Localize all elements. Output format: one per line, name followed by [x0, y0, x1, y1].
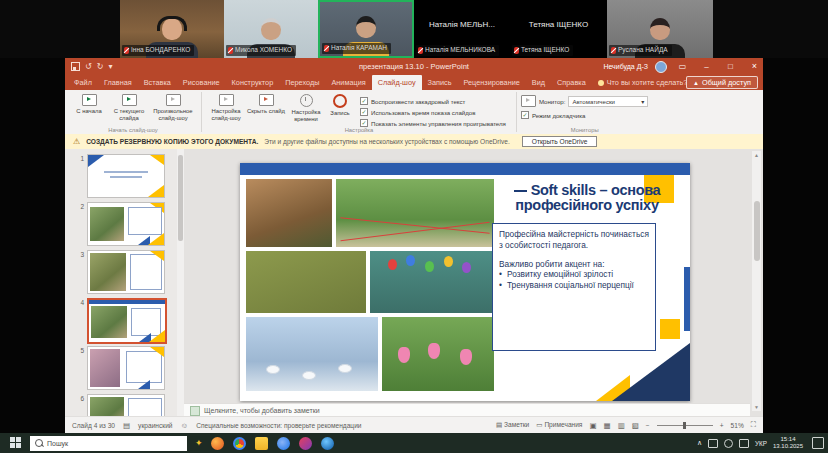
minimize-button[interactable]: – — [698, 58, 715, 75]
setup-slideshow-button[interactable]: Настройка слайд-шоу — [206, 93, 246, 122]
taskbar-search-box[interactable]: Пошук — [30, 436, 187, 451]
participant-tile-4[interactable]: Наталія МЕЛЬН... Наталія МЕЛЬНИКОВА — [414, 0, 510, 58]
tab-slideshow[interactable]: Слайд-шоу — [372, 75, 422, 90]
network-tray-icon[interactable] — [724, 439, 733, 448]
record-button[interactable]: Запись — [326, 93, 354, 117]
participant-tile-2[interactable]: Микола ХОМЕНКО — [224, 0, 318, 58]
spellcheck-icon[interactable]: ▤ — [123, 421, 130, 430]
accessibility-status[interactable]: Специальные возможности: проверьте реком… — [196, 422, 361, 429]
action-center-icon[interactable] — [812, 437, 824, 449]
thumb-deco — [148, 233, 164, 245]
start-button[interactable] — [10, 437, 22, 449]
open-onedrive-button[interactable]: Открыть OneDrive — [522, 136, 598, 147]
restore-button[interactable]: □ — [722, 58, 739, 75]
tab-animations[interactable]: Анимация — [325, 75, 371, 90]
edge-icon[interactable] — [277, 437, 290, 450]
tab-record[interactable]: Запись — [422, 75, 458, 90]
zoom-percentage[interactable]: 51% — [731, 422, 744, 429]
slide-thumbnail-3[interactable] — [87, 250, 165, 294]
zoom-slider[interactable] — [657, 425, 713, 426]
hidden-icons-chevron[interactable]: ∧ — [697, 439, 702, 447]
tab-review[interactable]: Рецензирование — [458, 75, 526, 90]
play-narrations-checkbox[interactable]: ✓ Воспроизвести закадровый текст — [360, 97, 506, 105]
redo-icon[interactable]: ↻ — [97, 62, 104, 71]
fit-to-window-icon[interactable]: ⛶ — [751, 420, 756, 430]
scroll-down-icon[interactable]: ▼ — [752, 403, 761, 411]
thumbnail-scrollbar[interactable] — [177, 149, 184, 417]
zoom-slider-knob[interactable] — [683, 422, 686, 429]
slide-sorter-view-icon[interactable]: ▦ — [604, 421, 611, 430]
thumb-photo — [90, 207, 124, 241]
file-explorer-icon[interactable] — [255, 437, 268, 450]
zoom-in-icon[interactable]: + — [720, 422, 724, 429]
hide-slide-button[interactable]: Скрыть слайд — [246, 93, 286, 115]
scrollbar-thumb[interactable] — [178, 155, 183, 241]
meeting-video-strip: Інна БОНДАРЕНКО Микола ХОМЕНКО Наталія К… — [0, 0, 828, 58]
from-current-slide-button[interactable]: С текущего слайда — [109, 93, 149, 122]
slide-thumbnail-4-selected[interactable] — [87, 298, 167, 344]
chrome-icon[interactable] — [233, 437, 246, 450]
clock-icon — [300, 94, 313, 107]
muted-mic-icon — [324, 45, 329, 52]
undo-icon[interactable]: ↺ — [85, 62, 92, 71]
display-tray-icon[interactable] — [708, 439, 718, 448]
account-avatar[interactable] — [655, 61, 667, 73]
from-beginning-button[interactable]: С начала — [69, 93, 109, 115]
tab-view[interactable]: Вид — [526, 75, 551, 90]
use-timings-checkbox[interactable]: ✓ Использовать время показа слайдов — [360, 108, 506, 116]
show-media-controls-checkbox[interactable]: ✓ Показать элементы управления проигрыва… — [360, 119, 506, 127]
tab-design[interactable]: Конструктор — [226, 75, 280, 90]
balloon — [406, 255, 415, 266]
rehearse-timings-button[interactable]: Настройка времени — [286, 93, 326, 123]
language-switcher[interactable]: УКР — [755, 440, 767, 447]
tab-insert[interactable]: Вставка — [138, 75, 177, 90]
volume-tray-icon[interactable] — [739, 439, 749, 448]
share-button[interactable]: ▲ Общий доступ — [686, 76, 758, 89]
thumb-deco — [148, 185, 164, 197]
participant-tile-6[interactable]: Руслана НАЙДА — [607, 0, 713, 58]
save-icon[interactable] — [71, 62, 80, 71]
slide-thumbnail-2[interactable] — [87, 202, 165, 246]
tab-file[interactable]: Файл — [68, 75, 98, 90]
participant-tile-3-active-speaker[interactable]: Наталія КАРАМАН — [318, 0, 414, 58]
zoom-out-icon[interactable]: − — [646, 422, 650, 429]
paint-app-icon[interactable] — [299, 437, 312, 450]
firefox-icon[interactable] — [211, 437, 224, 450]
scroll-up-icon[interactable]: ▲ — [752, 151, 761, 159]
tab-help[interactable]: Справка — [551, 75, 592, 90]
telegram-icon[interactable] — [321, 437, 334, 450]
tab-home[interactable]: Главная — [98, 75, 138, 90]
slide-canvas[interactable]: Soft skills – основа професійного успіху… — [240, 163, 690, 401]
slide-thumbnail-1[interactable] — [87, 154, 165, 198]
thumb-deco — [150, 155, 164, 165]
tab-transitions[interactable]: Переходы — [279, 75, 325, 90]
reading-view-icon[interactable]: ▥ — [618, 421, 625, 430]
account-name[interactable]: Нечибуда Д-З — [603, 63, 648, 70]
slide-thumbnail-6[interactable] — [87, 394, 165, 417]
qat-more-icon[interactable]: ▾ — [108, 62, 112, 71]
notes-pane[interactable]: Щелкните, чтобы добавить заметки — [184, 403, 750, 417]
custom-slideshow-button[interactable]: Произвольное слайд-шоу — [149, 93, 197, 122]
normal-view-icon[interactable]: ▣ — [589, 421, 596, 430]
ribbon-display-options-icon[interactable]: ▭ — [674, 58, 691, 75]
slide-text-box[interactable]: Професійна майстерність починається з ос… — [492, 223, 656, 351]
participant-tile-5[interactable]: Тетяна ІЩЕНКО Тетяна ІЩЕНКО — [510, 0, 607, 58]
clock[interactable]: 15:14 13.10.2025 — [773, 436, 803, 450]
monitor-dropdown[interactable]: Автоматически ▾ — [568, 96, 648, 107]
slide-thumbnail-5[interactable] — [87, 346, 165, 390]
slide-area-scrollbar[interactable]: ▲ ▼ — [752, 151, 761, 411]
scrollbar-thumb[interactable] — [754, 201, 760, 261]
participant-tile-1[interactable]: Інна БОНДАРЕНКО — [120, 0, 224, 58]
cortana-sparkle-icon[interactable]: ✦ — [195, 438, 203, 448]
presenter-view-checkbox[interactable]: ✓ Режим докладчика — [521, 111, 585, 119]
slide-title[interactable]: Soft skills – основа професійного успіху — [490, 183, 684, 213]
muted-mic-icon — [611, 47, 616, 54]
tell-me-box[interactable]: Что вы хотите сделать? — [592, 75, 688, 90]
language-indicator[interactable]: украинский — [138, 422, 172, 429]
participant-1-name-label: Інна БОНДАРЕНКО — [122, 45, 194, 56]
tab-draw[interactable]: Рисование — [177, 75, 226, 90]
comments-toggle[interactable]: ▭ Примечания — [536, 421, 582, 429]
slideshow-view-icon[interactable]: ▧ — [632, 421, 639, 430]
close-button[interactable]: × — [746, 58, 763, 75]
notes-toggle[interactable]: ▤ Заметки — [496, 421, 529, 429]
